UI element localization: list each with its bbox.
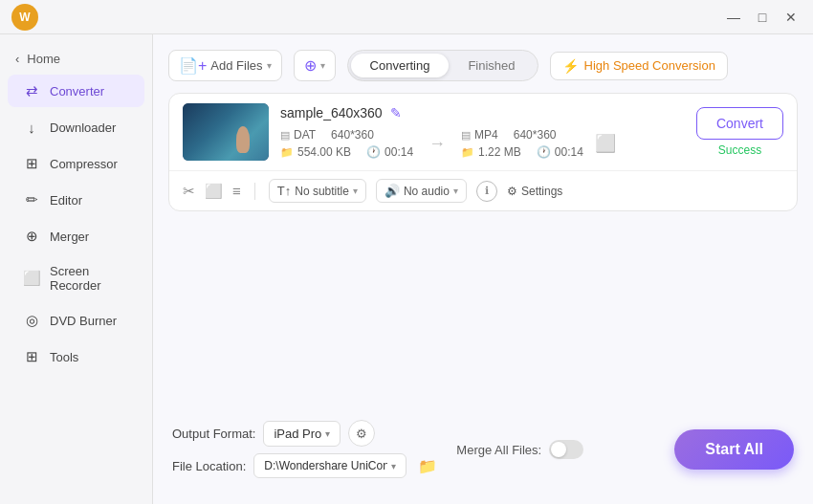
lightning-icon: ⚡ (562, 58, 579, 74)
add-files-button[interactable]: 📄+ Add Files ▾ (168, 50, 282, 81)
target-format: MP4 (474, 128, 498, 142)
source-duration-icon: 🕐 (366, 145, 381, 159)
source-size-row: 📁 554.00 KB 🕐 00:14 (280, 145, 413, 159)
high-speed-button[interactable]: ⚡ High Speed Conversion (550, 52, 728, 80)
output-format-field: Output Format: iPad Pro ▾ ⚙ (172, 420, 441, 447)
format-settings-button[interactable]: ⚙ (348, 420, 375, 447)
edit-icon[interactable]: ✎ (390, 105, 402, 121)
file-location-value: D:\Wondershare UniConverter 1 (264, 459, 387, 472)
target-size-row: 📁 1.22 MB 🕐 00:14 (461, 145, 583, 159)
minimize-button[interactable]: — (723, 7, 744, 28)
tab-converting[interactable]: Converting (351, 54, 450, 77)
titlebar: W — □ ✕ (0, 0, 813, 34)
cut-icon[interactable]: ✂ (183, 183, 195, 200)
compressor-icon: ⊞ (23, 155, 40, 172)
converter-icon: ⇄ (23, 82, 40, 99)
add-more-chevron-icon: ▾ (320, 60, 325, 71)
back-arrow-icon: ‹ (15, 52, 19, 66)
sidebar-item-label: DVD Burner (50, 314, 117, 328)
tab-finished[interactable]: Finished (449, 54, 534, 77)
editor-icon: ✏ (23, 191, 40, 208)
target-duration-icon: 🕐 (537, 145, 551, 159)
success-badge: Success (718, 143, 761, 157)
downloader-icon: ↓ (23, 119, 40, 136)
sidebar-back-button[interactable]: ‹ Home (0, 46, 152, 72)
subtitle-dropdown[interactable]: T↑ No subtitle ▾ (269, 179, 366, 203)
sidebar-item-label: Tools (50, 350, 78, 364)
maximize-button[interactable]: □ (752, 7, 773, 28)
convert-btn-area: Convert Success (696, 107, 783, 157)
sidebar-item-label: Downloader (50, 121, 116, 135)
add-more-button[interactable]: ⊕ ▾ (294, 50, 336, 81)
output-format-label: Output Format: (172, 427, 255, 441)
target-size: 1.22 MB (478, 145, 521, 159)
subtitle-chevron-icon: ▾ (353, 186, 358, 196)
info-button[interactable]: ℹ (476, 181, 497, 202)
sidebar-item-label: Merger (50, 230, 89, 244)
target-format-row: ▤ MP4 640*360 (461, 128, 583, 142)
dvd-burner-icon: ◎ (23, 312, 40, 329)
subtitle-value: No subtitle (295, 185, 349, 198)
sidebar-item-dvd-burner[interactable]: ◎ DVD Burner (8, 304, 144, 337)
add-files-label: Add Files (210, 58, 262, 73)
file-location-label: File Location: (172, 459, 246, 473)
file-meta: ▤ DAT 640*360 📁 554.00 KB 🕐 00:14 (280, 128, 685, 159)
close-button[interactable]: ✕ (780, 7, 802, 28)
start-all-button[interactable]: Start All (674, 429, 794, 470)
sidebar-item-editor[interactable]: ✏ Editor (8, 184, 144, 216)
output-format-dropdown[interactable]: iPad Pro ▾ (263, 421, 341, 447)
file-thumbnail (183, 103, 269, 161)
file-card-bottom: ✂ ⬜ ≡ T↑ No subtitle ▾ 🔊 No audio ▾ ℹ ⚙ (169, 170, 797, 210)
export-icon: ⬜ (595, 133, 616, 154)
tools-icon: ⊞ (23, 348, 40, 365)
thumbnail-figure (236, 126, 250, 153)
sidebar-item-compressor[interactable]: ⊞ Compressor (8, 147, 144, 180)
sidebar: ‹ Home ⇄ Converter ↓ Downloader ⊞ Compre… (0, 34, 153, 504)
file-card: sample_640x360 ✎ ▤ DAT 640*360 (168, 93, 798, 211)
sidebar-item-merger[interactable]: ⊕ Merger (8, 220, 144, 252)
add-files-chevron-icon: ▾ (267, 60, 272, 71)
sidebar-item-screen-recorder[interactable]: ⬜ Screen Recorder (8, 256, 144, 300)
gear-icon: ⚙ (507, 185, 517, 198)
add-files-icon: 📄+ (179, 56, 207, 75)
output-fields: Output Format: iPad Pro ▾ ⚙ File Locatio… (172, 420, 441, 479)
format-gear-icon: ⚙ (356, 427, 367, 441)
target-meta-group: ▤ MP4 640*360 📁 1.22 MB 🕐 00:14 (461, 128, 583, 159)
subtitle-icon: T↑ (277, 184, 291, 198)
file-location-field: File Location: D:\Wondershare UniConvert… (172, 452, 441, 479)
sidebar-item-label: Converter (50, 84, 104, 99)
merge-toggle[interactable] (549, 440, 583, 459)
list-icon[interactable]: ≡ (232, 183, 241, 199)
location-chevron-icon: ▾ (391, 461, 396, 471)
folder-icon: 📁 (280, 146, 294, 159)
sidebar-item-downloader[interactable]: ↓ Downloader (8, 111, 144, 143)
sidebar-item-converter[interactable]: ⇄ Converter (8, 75, 144, 107)
folder-browse-icon: 📁 (418, 457, 437, 475)
audio-chevron-icon: ▾ (453, 186, 458, 196)
target-format-icon: ▤ (461, 129, 471, 142)
main-content: 📄+ Add Files ▾ ⊕ ▾ Converting Finished ⚡… (153, 34, 813, 504)
file-name: sample_640x360 (280, 105, 383, 121)
merge-all-group: Merge All Files: (456, 440, 583, 459)
source-meta-group: ▤ DAT 640*360 📁 554.00 KB 🕐 00:14 (280, 128, 413, 159)
audio-dropdown[interactable]: 🔊 No audio ▾ (376, 179, 467, 203)
source-resolution: 640*360 (331, 128, 374, 142)
sidebar-item-tools[interactable]: ⊞ Tools (8, 340, 144, 373)
tabs-wrapper: Converting Finished (347, 50, 538, 81)
settings-button[interactable]: ⚙ Settings (507, 185, 562, 198)
audio-value: No audio (404, 185, 450, 198)
convert-button[interactable]: Convert (696, 107, 783, 140)
browse-folder-button[interactable]: 📁 (414, 452, 441, 479)
crop-icon[interactable]: ⬜ (205, 183, 223, 200)
screen-recorder-icon: ⬜ (23, 270, 40, 287)
source-format-row: ▤ DAT 640*360 (280, 128, 413, 142)
audio-icon: 🔊 (385, 184, 400, 198)
settings-label: Settings (521, 185, 562, 198)
app-icon: W (11, 4, 38, 31)
file-location-dropdown[interactable]: D:\Wondershare UniConverter 1 ▾ (253, 453, 406, 478)
file-info: sample_640x360 ✎ ▤ DAT 640*360 (280, 105, 685, 159)
source-format: DAT (294, 128, 316, 142)
add-more-icon: ⊕ (304, 56, 317, 75)
sidebar-item-label: Screen Recorder (50, 264, 129, 293)
merge-all-label: Merge All Files: (456, 443, 541, 457)
